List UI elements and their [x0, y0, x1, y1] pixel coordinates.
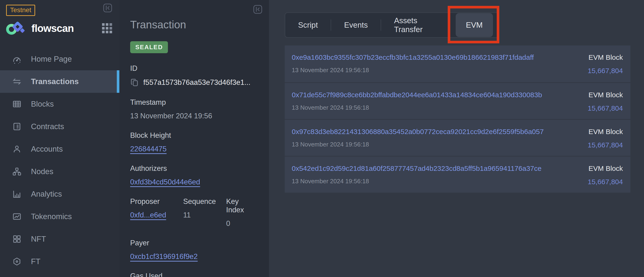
evm-tx-hash-link[interactable]: 0x97c83d3eb8221431306880a35452a0b0772cec…: [292, 128, 544, 136]
proposer-label: Proposer: [130, 197, 183, 206]
sidebar-item-label: Analytics: [31, 190, 62, 199]
cube-icon: [12, 257, 22, 266]
field-timestamp: Timestamp 13 November 2024 19:56: [130, 98, 258, 120]
sequence-value: 11: [183, 211, 226, 219]
blocks-grid-icon: [12, 99, 22, 109]
evm-block-label: EVM Block: [588, 53, 623, 61]
person-icon: [12, 144, 22, 154]
page-title: Transaction: [130, 18, 258, 31]
authorizer-link[interactable]: 0xfd3b4cd50d44e6ed: [130, 178, 200, 186]
contract-document-icon: [12, 122, 22, 131]
evm-tx-timestamp: 13 November 2024 19:56:18: [292, 178, 542, 185]
sidebar-item-blocks[interactable]: Blocks: [0, 93, 119, 115]
evm-transaction-list: 0xe9a1603bc9355fc307b23eccfb3bfc1a3255a0…: [285, 45, 630, 193]
evm-block-label: EVM Block: [588, 128, 623, 136]
evm-tx-hash-link[interactable]: 0xe9a1603bc9355fc307b23eccfb3bfc1a3255a0…: [292, 53, 534, 61]
tab-evm[interactable]: EVM: [456, 13, 493, 37]
sidebar-item-label: Tokenomics: [31, 212, 72, 221]
field-gas-used: Gas Used 301: [130, 272, 258, 277]
gas-used-label: Gas Used: [130, 272, 258, 277]
sidebar-item-ft[interactable]: FT: [0, 250, 119, 273]
sidebar-nav: Home Page Transactions Blocks: [0, 48, 119, 273]
sidebar-item-label: Nodes: [31, 167, 53, 176]
evm-block-number-link[interactable]: 15,667,804: [588, 67, 623, 75]
sidebar-item-transactions[interactable]: Transactions: [0, 70, 119, 93]
transfer-arrows-icon: [12, 77, 22, 86]
sidebar-item-tokenomics[interactable]: Tokenomics: [0, 205, 119, 228]
field-proposer-row: Proposer 0xfd...e6ed Sequence 11 Key Ind…: [130, 197, 258, 228]
evm-tx-timestamp: 13 November 2024 19:56:18: [292, 66, 534, 74]
gauge-icon: [12, 54, 22, 64]
status-badge: SEALED: [130, 41, 168, 53]
evm-transaction-row[interactable]: 0x97c83d3eb8221431306880a35452a0b0772cec…: [285, 119, 630, 156]
block-height-label: Block Height: [130, 131, 258, 140]
bar-chart-icon: [12, 189, 22, 199]
id-label: ID: [130, 64, 258, 73]
sidebar-item-label: FT: [31, 257, 40, 266]
sidebar: Testnet: [0, 0, 119, 277]
sidebar-item-home[interactable]: Home Page: [0, 48, 119, 70]
sidebar-collapse-icon[interactable]: [103, 3, 112, 13]
evm-transaction-row[interactable]: 0x542ed1c92d59c21d81a60f258777457ad4b232…: [285, 156, 630, 193]
brand-name[interactable]: flowscan: [32, 22, 74, 34]
field-id: ID f557a1573b76aa53e73d46f3e1...: [130, 64, 258, 87]
sidebar-item-nft[interactable]: NFT: [0, 228, 119, 250]
flowscan-logo-icon[interactable]: [6, 21, 26, 36]
proposer-link[interactable]: 0xfd...e6ed: [130, 211, 166, 219]
field-payer: Payer 0xcb1cf3196916f9e2: [130, 239, 258, 261]
evm-tx-hash-link[interactable]: 0x542ed1c92d59c21d81a60f258777457ad4b232…: [292, 165, 542, 173]
sidebar-item-nodes[interactable]: Nodes: [0, 160, 119, 183]
transaction-id-value: f557a1573b76aa53e73d46f3e1...: [143, 78, 250, 87]
panel-collapse-icon[interactable]: [253, 5, 262, 14]
tab-bar: Script Events Assets Transfer EVM: [285, 12, 499, 38]
sidebar-top: Testnet: [0, 0, 119, 15]
evm-block-label: EVM Block: [588, 91, 623, 99]
sidebar-item-accounts[interactable]: Accounts: [0, 138, 119, 160]
evm-block-number-link[interactable]: 15,667,804: [588, 141, 623, 149]
sidebar-item-label: Home Page: [31, 55, 72, 63]
evm-tx-hash-link[interactable]: 0x71de55c7f989c8ce6bb2bffabdbe2044ee6a01…: [292, 91, 542, 99]
sidebar-item-label: NFT: [31, 235, 46, 244]
trend-chart-icon: [12, 212, 22, 221]
network-badge: Testnet: [6, 5, 35, 16]
sidebar-item-label: Contracts: [31, 122, 64, 131]
sidebar-item-label: Blocks: [31, 100, 54, 108]
evm-transaction-row[interactable]: 0x71de55c7f989c8ce6bb2bffabdbe2044ee6a01…: [285, 82, 630, 119]
sequence-label: Sequence: [183, 197, 226, 206]
copy-icon[interactable]: [130, 78, 140, 87]
sidebar-item-analytics[interactable]: Analytics: [0, 183, 119, 205]
block-height-link[interactable]: 226844475: [130, 145, 166, 153]
evm-tx-timestamp: 13 November 2024 19:56:18: [292, 141, 544, 148]
tab-events[interactable]: Events: [331, 13, 381, 37]
timestamp-value: 13 November 2024 19:56: [130, 112, 258, 120]
brand-row: flowscan: [0, 18, 119, 38]
apps-grid-icon[interactable]: [102, 23, 112, 33]
payer-label: Payer: [130, 239, 258, 247]
tab-assets-transfer[interactable]: Assets Transfer: [381, 13, 456, 37]
timestamp-label: Timestamp: [130, 98, 258, 107]
nodes-hierarchy-icon: [12, 167, 22, 176]
authorizers-label: Authorizers: [130, 164, 258, 173]
evm-tx-timestamp: 13 November 2024 19:56:18: [292, 104, 542, 111]
nft-grid-icon: [12, 234, 22, 244]
payer-link[interactable]: 0xcb1cf3196916f9e2: [130, 252, 198, 261]
transaction-panel: Transaction SEALED ID f557a1573b76aa53e7…: [119, 0, 269, 277]
sidebar-item-label: Accounts: [31, 145, 63, 154]
main-content: Script Events Assets Transfer EVM 0xe9a1…: [269, 0, 644, 277]
sidebar-item-contracts[interactable]: Contracts: [0, 115, 119, 138]
sidebar-item-label: Transactions: [31, 77, 79, 86]
evm-block-label: EVM Block: [588, 165, 623, 173]
key-index-label: Key Index: [226, 197, 258, 214]
field-block-height: Block Height 226844475: [130, 131, 258, 153]
tab-script[interactable]: Script: [285, 13, 331, 37]
evm-block-number-link[interactable]: 15,667,804: [588, 104, 623, 112]
evm-block-number-link[interactable]: 15,667,804: [588, 178, 623, 186]
evm-transaction-row[interactable]: 0xe9a1603bc9355fc307b23eccfb3bfc1a3255a0…: [285, 45, 630, 82]
key-index-value: 0: [226, 219, 258, 228]
field-authorizers: Authorizers 0xfd3b4cd50d44e6ed: [130, 164, 258, 186]
